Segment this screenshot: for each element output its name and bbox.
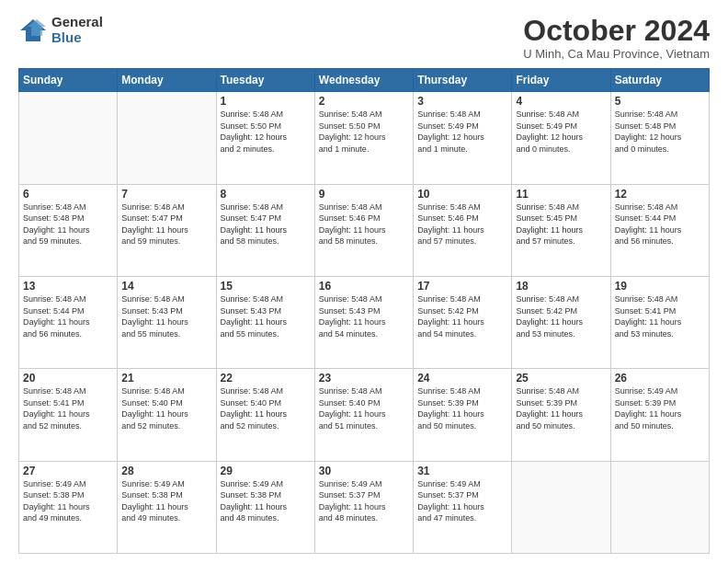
day-info: Sunrise: 5:48 AM Sunset: 5:40 PM Dayligh… (319, 385, 409, 431)
day-number: 1 (221, 95, 311, 108)
calendar-cell: 27Sunrise: 5:49 AM Sunset: 5:38 PM Dayli… (19, 461, 118, 553)
calendar-cell: 14Sunrise: 5:48 AM Sunset: 5:43 PM Dayli… (118, 276, 216, 368)
calendar-cell: 5Sunrise: 5:48 AM Sunset: 5:48 PM Daylig… (610, 92, 709, 184)
day-number: 24 (417, 372, 507, 385)
day-number: 27 (23, 465, 113, 477)
col-thursday: Thursday (414, 69, 512, 92)
calendar-cell: 6Sunrise: 5:48 AM Sunset: 5:48 PM Daylig… (19, 184, 118, 276)
week-row-3: 13Sunrise: 5:48 AM Sunset: 5:44 PM Dayli… (19, 276, 710, 368)
calendar-cell: 19Sunrise: 5:48 AM Sunset: 5:41 PM Dayli… (610, 276, 709, 368)
calendar-cell: 21Sunrise: 5:48 AM Sunset: 5:40 PM Dayli… (118, 369, 216, 461)
logo-text: General Blue (51, 15, 103, 45)
day-info: Sunrise: 5:48 AM Sunset: 5:43 PM Dayligh… (121, 293, 211, 339)
day-info: Sunrise: 5:48 AM Sunset: 5:45 PM Dayligh… (516, 201, 606, 247)
day-info: Sunrise: 5:48 AM Sunset: 5:44 PM Dayligh… (615, 201, 705, 247)
calendar-cell: 31Sunrise: 5:49 AM Sunset: 5:37 PM Dayli… (414, 461, 512, 553)
day-number: 22 (221, 372, 311, 385)
logo: General Blue (18, 15, 103, 45)
day-number: 19 (615, 280, 705, 293)
calendar-cell: 1Sunrise: 5:48 AM Sunset: 5:50 PM Daylig… (216, 92, 314, 184)
day-number: 30 (319, 465, 409, 477)
day-number: 12 (615, 188, 705, 201)
day-info: Sunrise: 5:48 AM Sunset: 5:40 PM Dayligh… (221, 385, 311, 431)
calendar-cell: 26Sunrise: 5:49 AM Sunset: 5:39 PM Dayli… (610, 369, 709, 461)
calendar-cell: 13Sunrise: 5:48 AM Sunset: 5:44 PM Dayli… (19, 276, 118, 368)
day-info: Sunrise: 5:48 AM Sunset: 5:50 PM Dayligh… (319, 109, 409, 155)
day-number: 15 (221, 280, 311, 293)
day-info: Sunrise: 5:49 AM Sunset: 5:38 PM Dayligh… (23, 478, 113, 524)
day-number: 29 (221, 465, 311, 477)
month-title: October 2024 (523, 15, 710, 47)
day-number: 2 (319, 95, 409, 108)
day-number: 8 (221, 188, 311, 201)
day-number: 9 (319, 188, 409, 201)
week-row-4: 20Sunrise: 5:48 AM Sunset: 5:41 PM Dayli… (19, 369, 710, 461)
calendar-cell: 3Sunrise: 5:48 AM Sunset: 5:49 PM Daylig… (414, 92, 512, 184)
header-row: Sunday Monday Tuesday Wednesday Thursday… (19, 69, 710, 92)
calendar-cell: 23Sunrise: 5:48 AM Sunset: 5:40 PM Dayli… (314, 369, 413, 461)
day-info: Sunrise: 5:48 AM Sunset: 5:46 PM Dayligh… (417, 201, 507, 247)
col-friday: Friday (512, 69, 610, 92)
calendar-cell: 20Sunrise: 5:48 AM Sunset: 5:41 PM Dayli… (19, 369, 118, 461)
col-sunday: Sunday (19, 69, 118, 92)
day-info: Sunrise: 5:49 AM Sunset: 5:39 PM Dayligh… (615, 385, 705, 431)
calendar-cell: 22Sunrise: 5:48 AM Sunset: 5:40 PM Dayli… (216, 369, 314, 461)
day-info: Sunrise: 5:48 AM Sunset: 5:41 PM Dayligh… (615, 293, 705, 339)
day-info: Sunrise: 5:49 AM Sunset: 5:38 PM Dayligh… (121, 478, 211, 524)
day-number: 14 (121, 280, 211, 293)
day-info: Sunrise: 5:48 AM Sunset: 5:43 PM Dayligh… (221, 293, 311, 339)
day-info: Sunrise: 5:48 AM Sunset: 5:39 PM Dayligh… (417, 385, 507, 431)
header: General Blue October 2024 U Minh, Ca Mau… (18, 15, 710, 61)
calendar-cell: 28Sunrise: 5:49 AM Sunset: 5:38 PM Dayli… (118, 461, 216, 553)
day-info: Sunrise: 5:49 AM Sunset: 5:37 PM Dayligh… (319, 478, 409, 524)
day-info: Sunrise: 5:48 AM Sunset: 5:43 PM Dayligh… (319, 293, 409, 339)
day-info: Sunrise: 5:48 AM Sunset: 5:49 PM Dayligh… (516, 109, 606, 155)
logo-icon (18, 17, 48, 43)
day-number: 5 (615, 95, 705, 108)
day-info: Sunrise: 5:48 AM Sunset: 5:48 PM Dayligh… (615, 109, 705, 155)
calendar-cell: 2Sunrise: 5:48 AM Sunset: 5:50 PM Daylig… (314, 92, 413, 184)
page: General Blue October 2024 U Minh, Ca Mau… (0, 0, 728, 563)
day-info: Sunrise: 5:48 AM Sunset: 5:44 PM Dayligh… (23, 293, 113, 339)
logo-general-label: General (51, 15, 103, 30)
calendar-cell (610, 461, 709, 553)
day-number: 17 (417, 280, 507, 293)
day-number: 6 (23, 188, 113, 201)
day-info: Sunrise: 5:48 AM Sunset: 5:48 PM Dayligh… (23, 201, 113, 247)
day-info: Sunrise: 5:48 AM Sunset: 5:46 PM Dayligh… (319, 201, 409, 247)
week-row-2: 6Sunrise: 5:48 AM Sunset: 5:48 PM Daylig… (19, 184, 710, 276)
calendar-cell: 7Sunrise: 5:48 AM Sunset: 5:47 PM Daylig… (118, 184, 216, 276)
calendar-cell: 15Sunrise: 5:48 AM Sunset: 5:43 PM Dayli… (216, 276, 314, 368)
day-number: 3 (417, 95, 507, 108)
week-row-1: 1Sunrise: 5:48 AM Sunset: 5:50 PM Daylig… (19, 92, 710, 184)
calendar-cell (19, 92, 118, 184)
calendar-cell (512, 461, 610, 553)
day-number: 11 (516, 188, 606, 201)
logo-blue-label: Blue (51, 30, 103, 46)
day-info: Sunrise: 5:49 AM Sunset: 5:38 PM Dayligh… (221, 478, 311, 524)
day-number: 28 (121, 465, 211, 477)
calendar-cell: 4Sunrise: 5:48 AM Sunset: 5:49 PM Daylig… (512, 92, 610, 184)
calendar-cell: 24Sunrise: 5:48 AM Sunset: 5:39 PM Dayli… (414, 369, 512, 461)
day-number: 20 (23, 372, 113, 385)
calendar-cell: 25Sunrise: 5:48 AM Sunset: 5:39 PM Dayli… (512, 369, 610, 461)
day-info: Sunrise: 5:48 AM Sunset: 5:41 PM Dayligh… (23, 385, 113, 431)
calendar-cell: 8Sunrise: 5:48 AM Sunset: 5:47 PM Daylig… (216, 184, 314, 276)
day-info: Sunrise: 5:48 AM Sunset: 5:50 PM Dayligh… (221, 109, 311, 155)
day-number: 7 (121, 188, 211, 201)
calendar-cell: 12Sunrise: 5:48 AM Sunset: 5:44 PM Dayli… (610, 184, 709, 276)
day-info: Sunrise: 5:48 AM Sunset: 5:42 PM Dayligh… (417, 293, 507, 339)
day-number: 13 (23, 280, 113, 293)
col-saturday: Saturday (610, 69, 709, 92)
day-info: Sunrise: 5:48 AM Sunset: 5:42 PM Dayligh… (516, 293, 606, 339)
day-number: 4 (516, 95, 606, 108)
calendar-cell: 30Sunrise: 5:49 AM Sunset: 5:37 PM Dayli… (314, 461, 413, 553)
day-info: Sunrise: 5:49 AM Sunset: 5:37 PM Dayligh… (417, 478, 507, 524)
col-tuesday: Tuesday (216, 69, 314, 92)
calendar-cell: 18Sunrise: 5:48 AM Sunset: 5:42 PM Dayli… (512, 276, 610, 368)
calendar-table: Sunday Monday Tuesday Wednesday Thursday… (18, 68, 710, 554)
day-number: 25 (516, 372, 606, 385)
calendar-cell: 29Sunrise: 5:49 AM Sunset: 5:38 PM Dayli… (216, 461, 314, 553)
day-number: 31 (417, 465, 507, 477)
day-info: Sunrise: 5:48 AM Sunset: 5:39 PM Dayligh… (516, 385, 606, 431)
